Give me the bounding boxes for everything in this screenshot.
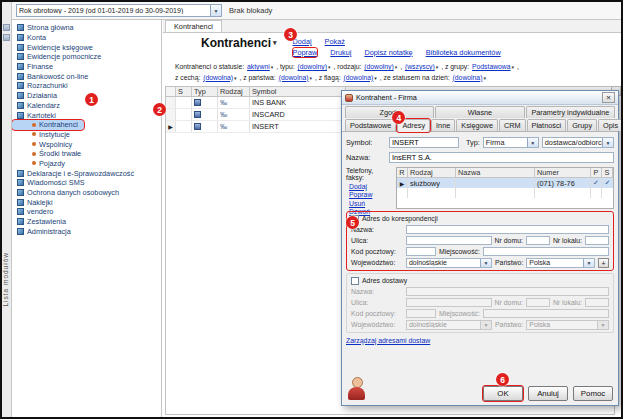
- filter-typ-value[interactable]: (dowolny): [298, 63, 331, 70]
- menu-pokaz[interactable]: Pokaż: [325, 37, 345, 46]
- phone-delete-link[interactable]: Usuń: [349, 200, 392, 207]
- sidebar-item-ewidencje-pomocnicze[interactable]: Ewidencje pomocnicze: [12, 52, 161, 62]
- sidebar-item-zestawienia[interactable]: Zestawienia: [12, 217, 161, 227]
- phone-row[interactable]: ▶ służbowy (071) 78-76 ✓ ✓: [397, 178, 613, 188]
- delivery-address-checkbox[interactable]: [351, 277, 359, 285]
- corr-ulica-field[interactable]: [406, 236, 492, 245]
- sidebar-item-kartoteki[interactable]: Kartoteki: [12, 110, 161, 120]
- tab-kontrahenci[interactable]: Kontrahenci: [165, 20, 222, 32]
- module-strip-icon[interactable]: [3, 34, 10, 41]
- cell-symbol: INSCARD: [250, 109, 346, 120]
- column-header-s[interactable]: S: [176, 87, 192, 96]
- phone-row-empty[interactable]: [397, 188, 613, 198]
- tab-podstawowe[interactable]: Podstawowe: [345, 119, 396, 131]
- sidebar-item-instytucje[interactable]: Instytucje: [12, 130, 161, 140]
- sidebar-item-vendero[interactable]: vendero: [12, 207, 161, 217]
- tab-inne[interactable]: Inne: [431, 119, 455, 131]
- sidebar-item-finanse[interactable]: Finanse: [12, 62, 161, 72]
- corr-wojewodztwo-select[interactable]: dolnośląskie ▼: [406, 258, 492, 268]
- manage-delivery-addresses-link[interactable]: Zarządzaj adresami dostaw: [346, 337, 430, 344]
- sidebar-item-srodki-trwale[interactable]: Środki trwałe: [12, 149, 161, 159]
- sidebar-item-administracja[interactable]: Administracja: [12, 226, 161, 236]
- corr-miejscowosc-field[interactable]: [483, 247, 609, 256]
- sidebar-item-wiadomosci-sms[interactable]: Wiadomości SMS: [12, 178, 161, 188]
- phone-edit-link[interactable]: Popraw: [349, 191, 392, 198]
- bullet-icon: [32, 123, 36, 127]
- sidebar-item-ewidencje-ksiegowe[interactable]: Ewidencje księgowe: [12, 42, 161, 52]
- tab-opis[interactable]: Opis: [598, 119, 623, 131]
- sidebar-item-naklejki[interactable]: Naklejki: [12, 197, 161, 207]
- menu-drukuj[interactable]: Drukuj: [330, 48, 351, 57]
- sidebar-item-bankowosc[interactable]: Bankowość on-line: [12, 71, 161, 81]
- sms-icon: [17, 179, 24, 186]
- labels-icon: [17, 199, 24, 206]
- nazwa-field[interactable]: [389, 152, 614, 163]
- sidebar-item-strona-glowna[interactable]: Strona główna: [12, 23, 161, 33]
- phones-table[interactable]: R Rodzaj Nazwa Numer P S ▶ służbowy (071…: [396, 167, 614, 209]
- tab-wlasne[interactable]: Własne: [435, 106, 524, 118]
- calendar-icon: [17, 102, 24, 109]
- sidebar-item-rozrachunki[interactable]: Rozrachunki: [12, 81, 161, 91]
- page-title[interactable]: Kontrahenci ▾: [201, 36, 277, 50]
- symbol-label: Symbol:: [346, 138, 386, 147]
- card-index-icon: [17, 112, 24, 119]
- symbol-field[interactable]: [389, 137, 459, 148]
- corr-nr-lokalu-field[interactable]: [585, 236, 609, 245]
- dialog-tabs-primary: Podstawowe Adresy 4 Inne Księgowe CRM Pł…: [342, 118, 618, 132]
- filter-flaga-value[interactable]: (dowolna): [344, 74, 377, 81]
- corr-panstwo-select[interactable]: Polska ▼: [526, 258, 595, 268]
- corr-nazwa-field[interactable]: [406, 225, 609, 234]
- fiscal-year-value: Rok obrotowy - 2019 (od 01-01-2019 do 30…: [19, 7, 210, 14]
- annotation-badge-1: 1: [85, 93, 98, 106]
- filter-wszyscy-value[interactable]: (wszyscy): [405, 63, 438, 70]
- bullet-icon: [32, 161, 36, 165]
- menu-popraw[interactable]: Popraw: [293, 48, 318, 57]
- company-type-icon: [194, 111, 201, 118]
- annotation-badge-5: 5: [346, 216, 359, 229]
- filter-panstwo-value[interactable]: (dowolna): [279, 74, 312, 81]
- column-header-rodzaj[interactable]: Rodzaj: [218, 87, 250, 96]
- column-header-symbol[interactable]: Symbol: [250, 87, 346, 96]
- typ-select[interactable]: Firma ▼: [483, 137, 539, 148]
- chevron-down-icon[interactable]: ▼: [210, 5, 221, 16]
- column-header-typ[interactable]: Typ: [192, 87, 218, 96]
- bullet-icon: [32, 142, 36, 146]
- filter-status-na-dzien-value[interactable]: (dowolna): [453, 74, 486, 81]
- ok-button[interactable]: OK 6: [483, 386, 523, 401]
- role-select[interactable]: dostawca/odbiorca ▼: [542, 137, 614, 148]
- help-button[interactable]: Pomoc: [573, 386, 613, 401]
- tab-grupy[interactable]: Grupy: [567, 119, 597, 131]
- module-strip-icon[interactable]: [3, 24, 10, 31]
- corr-kod-field[interactable]: [406, 247, 436, 256]
- cancel-button[interactable]: Anuluj: [528, 386, 568, 401]
- sidebar-item-konta[interactable]: Konta: [12, 33, 161, 43]
- tab-zgody[interactable]: Zgody: [345, 106, 434, 118]
- filter-label: , z państwa:: [239, 74, 275, 81]
- accounts-icon: [17, 34, 24, 41]
- chevron-down-icon: ▼: [597, 321, 608, 329]
- tab-parametry-indywidualne[interactable]: Parametry indywidualne: [526, 106, 615, 118]
- tab-adresy[interactable]: Adresy 4: [397, 119, 430, 132]
- sidebar-item-kontrahenci[interactable]: Kontrahenci: [12, 120, 84, 130]
- module-strip[interactable]: Lista modułów: [2, 2, 12, 417]
- fiscal-year-dropdown[interactable]: Rok obrotowy - 2019 (od 01-01-2019 do 30…: [16, 4, 222, 17]
- tab-crm[interactable]: CRM: [499, 119, 526, 131]
- sidebar-item-pojazdy[interactable]: Pojazdy: [12, 159, 161, 169]
- filter-grupa-value[interactable]: Podstawowa: [472, 63, 514, 70]
- tab-platnosci[interactable]: Płatności: [527, 119, 567, 131]
- filter-rodzaj-value[interactable]: (dowolny): [364, 63, 397, 70]
- tab-ksiegowe[interactable]: Księgowe: [456, 119, 498, 131]
- filter-cecha-value[interactable]: (dowolna): [203, 74, 236, 81]
- dialog-title-bar[interactable]: Kontrahent - Firma ✕: [342, 91, 618, 105]
- menu-biblioteka-dokumentow[interactable]: Biblioteka dokumentów: [426, 48, 501, 57]
- sidebar-item-deklaracje[interactable]: Deklaracje i e-Sprawozdawczość: [12, 168, 161, 178]
- close-icon[interactable]: ✕: [602, 92, 615, 103]
- sidebar-item-wspolnicy[interactable]: Wspólnicy: [12, 139, 161, 149]
- sidebar-item-ochrona-danych[interactable]: Ochrona danych osobowych: [12, 188, 161, 198]
- phone-add-link[interactable]: Dodaj: [349, 183, 392, 190]
- filter-status-value[interactable]: aktywni: [247, 63, 273, 70]
- menu-dopisz-notatke[interactable]: Dopisz notatkę: [364, 48, 412, 57]
- corr-nr-domu-field[interactable]: [526, 236, 550, 245]
- add-country-button[interactable]: +: [598, 258, 609, 268]
- delivery-nr-domu-field: [526, 298, 550, 307]
